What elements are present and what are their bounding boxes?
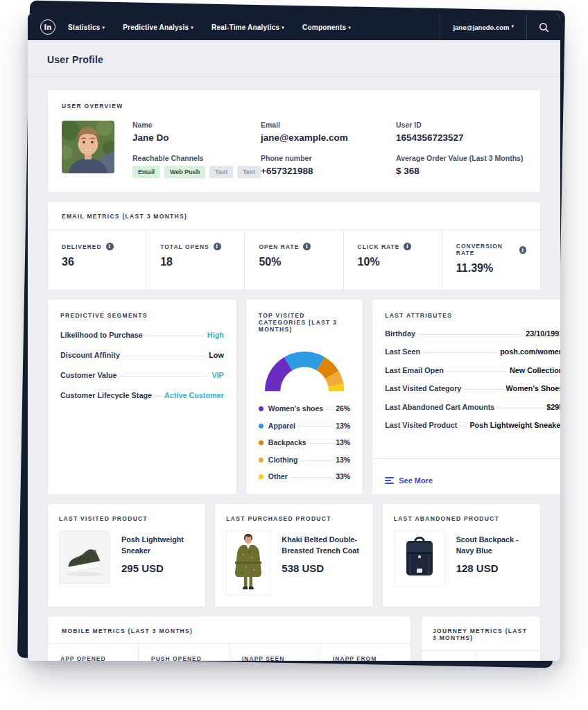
chart-legend: Women's shoes26% Apparel13% Backpacks13%…: [259, 404, 350, 480]
last-abandoned-product-card: LAST ABANDONED PRODUCT: [382, 503, 541, 607]
legend-label: Clothing: [268, 456, 298, 464]
dotted-leader: [310, 443, 332, 444]
field-label: Email: [261, 121, 396, 129]
metric-label: PUSH OPENED: [151, 655, 216, 661]
legend-row: Women's shoes26%: [259, 404, 350, 413]
info-icon[interactable]: i: [303, 243, 311, 250]
field-average-order-value: Average Order Value (Last 3 Months) $ 36…: [396, 154, 526, 176]
product-price: 295 USD: [121, 562, 194, 574]
product-info: Posh Lightweight Sneaker 295 USD: [121, 530, 194, 574]
nav-item-statistics[interactable]: Statistics▾: [68, 24, 105, 31]
dotted-leader: [327, 409, 332, 410]
metric-value: 11.39%: [456, 262, 526, 275]
attribute-label: Last Email Open: [385, 366, 444, 374]
attribute-row: Last Seenposh.com/women: [385, 347, 560, 356]
field-label: User ID: [396, 121, 526, 129]
dotted-leader: [447, 371, 506, 372]
attribute-label: Last Seen: [385, 347, 420, 356]
card-title: TOP VISITED CATEGORIES (LAST 3 MONTHS): [259, 312, 350, 333]
metric-label: APP OPENED: [60, 655, 126, 661]
card-title: LAST PURCHASED PRODUCT: [226, 515, 361, 522]
metric-value: 36: [62, 256, 132, 268]
legend-row: Clothing13%: [259, 456, 350, 464]
attribute-label: Last Visited Category: [385, 384, 461, 392]
avatar: [62, 121, 114, 173]
metric-label-text: CONVERSION RATE: [456, 243, 516, 257]
channel-badge: Text: [209, 166, 233, 178]
metric-label: OPEN RATEi: [259, 243, 329, 250]
product-name: Posh Lightweight Sneaker: [121, 535, 194, 556]
product-image: [394, 530, 445, 587]
product-name: Scout Backpack - Navy Blue: [456, 535, 529, 556]
info-icon[interactable]: i: [106, 243, 114, 250]
bottom-metrics-row: MOBILE METRICS (LAST 3 MONTHS) APP OPENE…: [47, 616, 541, 661]
legend-dot: [259, 458, 263, 462]
nav-menu: Statistics▾ Predictive Analysis▾ Real-Ti…: [68, 14, 351, 40]
nav-item-components[interactable]: Components▾: [302, 24, 351, 31]
legend-dot: [259, 406, 263, 411]
metric-app-opened: APP OPENED 6: [48, 644, 139, 661]
field-label: Average Order Value (Last 3 Months): [396, 154, 526, 162]
card-title: USER OVERVIEW: [62, 103, 526, 110]
metric-inapp-from-push: INAPP FROM PUSH 5: [320, 644, 410, 661]
card-title: LAST ABANDONED PRODUCT: [394, 515, 529, 522]
metric-conversion-rate: CONVERSION RATEi 11.39%: [442, 230, 540, 290]
top-navbar: In Statistics▾ Predictive Analysis▾ Real…: [28, 14, 560, 40]
attribute-value: 23/10/1991: [526, 329, 560, 338]
metric-label: CLICK RATEi: [358, 243, 428, 250]
overview-column: Email jane@example.com Phone number +657…: [261, 121, 396, 178]
info-icon[interactable]: i: [519, 246, 526, 254]
dotted-leader: [146, 336, 204, 336]
card-title: EMAIL METRICS (LAST 3 MONTHS): [62, 213, 526, 220]
metric-label: INAPP SEEN: [242, 655, 307, 661]
attribute-row: Birthday23/10/1991: [385, 329, 560, 338]
journey-metrics-card: JOURNEY METRICS (LAST 3 MONTHS) ENTERED …: [421, 616, 541, 661]
metric-label-text: DELIVERED: [62, 243, 102, 250]
search-button[interactable]: [527, 14, 560, 40]
dotted-leader: [424, 352, 496, 353]
page-header: User Profile: [28, 40, 560, 77]
product-image: [59, 530, 110, 587]
account-menu[interactable]: jane@janedo.com▾: [440, 14, 527, 40]
segment-value: Active Customer: [164, 391, 224, 399]
product-info: Scout Backpack - Navy Blue 128 USD: [456, 530, 529, 574]
dotted-leader: [121, 376, 209, 376]
nav-item-predictive-analysis[interactable]: Predictive Analysis▾: [123, 24, 193, 31]
dotted-leader: [301, 460, 332, 461]
email-metrics-card: EMAIL METRICS (LAST 3 MONTHS) DELIVEREDi…: [47, 201, 541, 291]
segment-row: Customer Lifecycle StageActive Customer: [60, 391, 224, 399]
avatar-photo: [62, 121, 114, 173]
attribute-value: New Collection: [510, 366, 560, 374]
attribute-value: Women's Shoes: [506, 384, 560, 392]
attribute-label: Birthday: [385, 329, 415, 338]
dotted-leader: [155, 396, 161, 397]
attribute-value: Posh Lightweight Sneaker: [469, 421, 560, 429]
content: USER OVERVIEW: [28, 77, 560, 661]
card-title: JOURNEY METRICS (LAST 3 MONTHS): [433, 627, 532, 641]
legend-value: 13%: [336, 438, 350, 447]
card-title: LAST VISITED PRODUCT: [59, 515, 194, 522]
brand-logo[interactable]: In: [28, 14, 68, 40]
field-value: jane@example.com: [261, 132, 396, 143]
nav-item-real-time-analytics[interactable]: Real-Time Analytics▾: [211, 24, 284, 31]
predictive-segments-card: PREDICTIVE SEGMENTS Likelihood to Purcha…: [47, 299, 237, 495]
attribute-value: $295: [546, 403, 560, 411]
chevron-down-icon: ▾: [348, 25, 351, 30]
legend-label: Women's shoes: [268, 404, 323, 413]
segment-value: Low: [209, 351, 224, 359]
card-title: LAST ATTRIBUTES: [385, 312, 560, 319]
info-icon[interactable]: i: [404, 243, 411, 250]
logo-icon: In: [40, 19, 55, 35]
see-more-button[interactable]: See More: [385, 476, 433, 485]
user-overview-card: USER OVERVIEW: [47, 89, 541, 193]
category-gauge-chart: [261, 348, 347, 395]
product-body: Khaki Belted Double-Breasted Trench Coat…: [226, 530, 361, 596]
legend-label: Other: [268, 472, 288, 480]
info-icon[interactable]: i: [214, 243, 221, 250]
legend-dot: [259, 440, 263, 445]
metric-label-text: OPEN RATE: [259, 243, 299, 250]
sneaker-image: [60, 531, 110, 584]
see-more-section: See More: [372, 458, 560, 494]
chevron-down-icon: ▾: [102, 25, 105, 30]
chevron-down-icon: ▾: [282, 25, 284, 30]
